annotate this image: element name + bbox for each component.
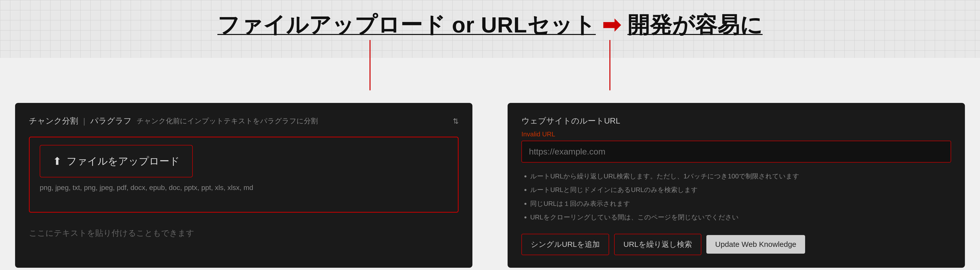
page-title: ファイルアップロード or URLセット ➡ 開発が容易に — [217, 12, 763, 37]
paragraph-label: パラグラフ — [90, 115, 132, 126]
url-note-3: 同じURLは１回のみ表示されます — [530, 198, 951, 210]
arrow-icon: ➡ — [602, 12, 627, 37]
sort-icon[interactable]: ⇅ — [453, 117, 458, 125]
bottom-buttons: シングルURLを追加 URLを繰り返し検索 Update Web Knowled… — [522, 234, 951, 255]
chunk-label: チャンク分割 — [29, 115, 78, 126]
repeat-url-button[interactable]: URLを繰り返し検索 — [614, 234, 701, 255]
update-web-knowledge-button[interactable]: Update Web Knowledge — [706, 235, 805, 254]
url-note-4: URLをクローリングしている間は、このページを閉じないでください — [530, 211, 951, 224]
single-url-button[interactable]: シングルURLを追加 — [522, 234, 609, 255]
url-input[interactable] — [522, 141, 951, 163]
right-panel: ウェブサイトのルートURL Invalid URL ルートURLから繰り返しUR… — [508, 103, 965, 268]
upload-button[interactable]: ⬆ ファイルをアップロード — [40, 145, 193, 177]
file-types: png, jpeg, txt, png, jpeg, pdf, docx, ep… — [40, 184, 448, 192]
paste-area[interactable]: ここにテキストを貼り付けることもできます — [29, 228, 458, 239]
header-divider: | — [83, 117, 85, 126]
upload-section-box: ⬆ ファイルをアップロード png, jpeg, txt, png, jpeg,… — [29, 137, 458, 212]
url-note-1: ルートURLから繰り返しURL検索します。ただし、1バッチにつき100で制限され… — [530, 170, 951, 182]
invalid-url-message: Invalid URL — [522, 130, 951, 138]
upload-label: ファイルをアップロード — [67, 154, 180, 168]
title-section: ファイルアップロード or URLセット ➡ 開発が容易に — [0, 0, 980, 98]
url-notes-list: ルートURLから繰り返しURL検索します。ただし、1バッチにつき100で制限され… — [522, 170, 951, 224]
header-desc: チャンク化前にインプットテキストをパラグラフに分割 — [137, 116, 318, 126]
url-label: ウェブサイトのルートURL — [522, 115, 951, 126]
content-area: チャンク分割 | パラグラフ チャンク化前にインプットテキストをパラグラフに分割… — [0, 103, 980, 268]
panel-header: チャンク分割 | パラグラフ チャンク化前にインプットテキストをパラグラフに分割… — [29, 115, 458, 126]
left-panel: チャンク分割 | パラグラフ チャンク化前にインプットテキストをパラグラフに分割… — [15, 103, 473, 268]
upload-icon: ⬆ — [53, 155, 62, 167]
url-note-2: ルートURLと同じドメインにあるURLのみを検索します — [530, 184, 951, 196]
